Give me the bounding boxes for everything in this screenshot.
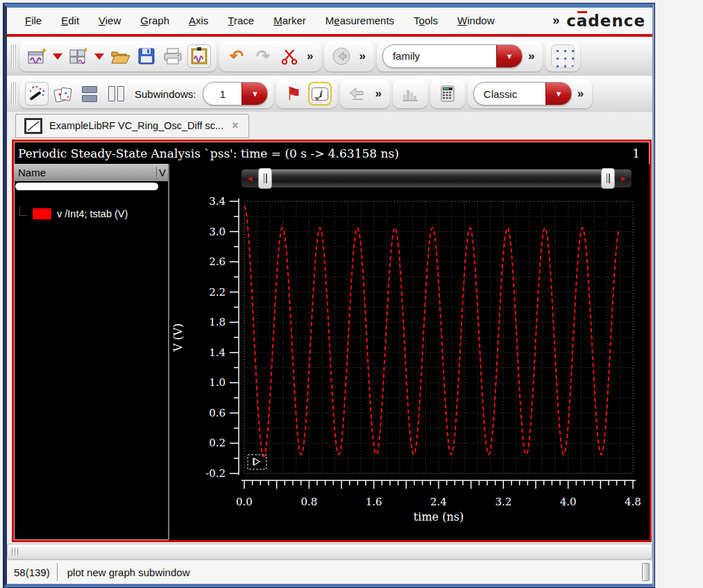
x-tick-label: 1.6 xyxy=(366,496,382,508)
menu-item-tools[interactable]: Tools xyxy=(405,12,446,29)
new-graph-window-button[interactable] xyxy=(25,44,49,68)
x-tick-label: 3.2 xyxy=(495,496,511,508)
appearance-combobox-arrow[interactable]: ▼ xyxy=(545,83,571,105)
toolbar-grip[interactable] xyxy=(11,44,17,68)
marker-nav-group: » xyxy=(340,79,389,108)
slider-left-handle[interactable] xyxy=(258,168,272,189)
column-header-name[interactable]: Name xyxy=(14,167,156,178)
slider-right-arrow-icon[interactable]: ► xyxy=(615,169,632,187)
toolbar-grip-2[interactable] xyxy=(11,82,17,106)
tab-window-icon xyxy=(24,118,42,134)
appearance-group: Classic ▼ » xyxy=(468,79,592,108)
dotted-grid-button[interactable] xyxy=(551,44,575,68)
strip-chart-button[interactable] xyxy=(51,82,75,106)
y-tick-label: 1.4 xyxy=(209,346,226,359)
x-tick-label: 0.0 xyxy=(236,496,253,508)
y-tick-label: 1.8 xyxy=(209,316,226,328)
new-subwindow-dropdown-caret[interactable] xyxy=(94,53,104,65)
clipboard-waveform-icon xyxy=(189,47,209,66)
file-tool-group xyxy=(19,41,217,72)
appearance-combobox[interactable]: Classic ▼ xyxy=(473,82,572,106)
column-header-value[interactable]: V xyxy=(156,167,168,178)
new-subwindow-button[interactable] xyxy=(67,44,90,68)
marker-overflow-chevron[interactable]: » xyxy=(372,87,384,101)
subwindows-combobox-value: 1 xyxy=(203,88,242,100)
legend-list: v /Int4; tstab (V) xyxy=(14,208,168,219)
menu-item-window[interactable]: Window xyxy=(449,12,502,29)
status-counter: 58(139) xyxy=(7,566,57,578)
slider-bar[interactable] xyxy=(272,169,601,187)
cards-icon xyxy=(53,85,74,103)
print-button[interactable] xyxy=(161,44,185,68)
family-combobox-arrow[interactable]: ▼ xyxy=(496,45,522,67)
plot-canvas[interactable]: 3.43.02.62.21.81.41.00.60.2-0.2V (V)0.00… xyxy=(169,194,652,523)
undo-button[interactable]: ↶ xyxy=(225,44,248,68)
panel-scrollbar[interactable] xyxy=(15,183,158,190)
trace-panel: Name V v /Int4; tstab (V) xyxy=(14,164,169,540)
flag-icon: ⚑ xyxy=(286,85,302,103)
status-resize-grip[interactable] xyxy=(642,563,650,581)
waveform-trace[interactable] xyxy=(244,206,619,457)
graph-title-row: Periodic Steady-State Analysis `pss': ti… xyxy=(14,142,650,164)
vertical-split-button[interactable] xyxy=(104,82,128,106)
y-tick-label: -0.2 xyxy=(205,467,226,480)
calculator-button[interactable] xyxy=(436,82,459,106)
menu-item-graph[interactable]: Graph xyxy=(132,12,178,29)
bottom-splitter[interactable] xyxy=(7,544,652,560)
menu-overflow-chevron[interactable]: » xyxy=(552,13,559,28)
new-window-dropdown-caret[interactable] xyxy=(53,53,62,65)
menu-item-edit[interactable]: Edit xyxy=(53,12,87,29)
graph-tab[interactable]: ExampleLibRF VC_Ring_Osc_Diff sc... × xyxy=(15,114,249,138)
slider-left-arrow-icon[interactable]: ◄ xyxy=(242,169,258,187)
histogram-button-disabled xyxy=(398,82,422,106)
trace-name-label[interactable]: v /Int4; tstab (V) xyxy=(57,208,128,219)
open-folder-icon xyxy=(110,47,130,65)
family-group: family ▼ » xyxy=(377,41,543,72)
horizontal-split-button[interactable] xyxy=(78,82,101,106)
y-tick-label: 2.2 xyxy=(209,286,226,299)
splitter-grip-icon[interactable] xyxy=(12,548,20,555)
flag-button[interactable]: ⚑ xyxy=(282,82,305,106)
nav-tool-group: » xyxy=(324,41,373,72)
menu-item-axis[interactable]: Axis xyxy=(180,12,217,29)
nav-overflow-chevron[interactable]: » xyxy=(356,49,368,63)
tab-close-icon[interactable]: × xyxy=(230,119,239,132)
family-overflow-chevron[interactable]: » xyxy=(525,49,537,63)
magic-wand-icon xyxy=(27,85,46,103)
x-range-slider[interactable]: ◄ ► xyxy=(242,169,632,187)
appearance-overflow-chevron[interactable]: » xyxy=(575,87,586,101)
y-tick-label: 3.0 xyxy=(209,225,226,237)
clipboard-plot-button[interactable] xyxy=(187,44,211,68)
grid-snap-group xyxy=(545,41,580,72)
family-combobox[interactable]: family ▼ xyxy=(382,44,523,68)
subwindows-combobox-arrow[interactable]: ▼ xyxy=(242,83,267,105)
menu-item-measurements[interactable]: Measurements xyxy=(317,12,403,29)
x-tick-label: 4.0 xyxy=(560,496,577,508)
cut-button[interactable] xyxy=(278,44,301,68)
edit-overflow-chevron[interactable]: » xyxy=(304,49,316,63)
menu-item-file[interactable]: File xyxy=(17,12,50,29)
brand-pre: c xyxy=(566,12,577,30)
cadence-logo: cadence xyxy=(566,12,645,30)
menu-item-view[interactable]: View xyxy=(90,12,129,29)
y-tick-label: 2.6 xyxy=(209,255,226,268)
slider-right-handle[interactable] xyxy=(601,168,615,189)
menu-item-trace[interactable]: Trace xyxy=(219,12,262,29)
save-button[interactable] xyxy=(135,44,158,68)
open-button[interactable] xyxy=(108,44,132,68)
wand-mode-button[interactable] xyxy=(25,82,49,106)
legend-row[interactable]: v /Int4; tstab (V) xyxy=(14,208,168,219)
subwindows-label: Subwindows: xyxy=(130,88,200,100)
tab-title: ExampleLibRF VC_Ring_Osc_Diff sc... xyxy=(49,120,223,131)
histogram-group xyxy=(393,79,427,108)
label-annotation-button[interactable]: i xyxy=(308,82,332,106)
calculator-group xyxy=(430,79,465,108)
subwindows-combobox[interactable]: 1 ▼ xyxy=(203,82,268,106)
trace-color-swatch[interactable] xyxy=(33,208,51,219)
family-combobox-value: family xyxy=(383,50,496,62)
y-axis-title: V (V) xyxy=(171,324,185,353)
calculator-icon xyxy=(439,85,456,103)
dropdown-caret-icon: ▼ xyxy=(251,90,259,98)
back-button-disabled xyxy=(330,44,353,68)
menu-item-marker[interactable]: Marker xyxy=(265,12,314,29)
